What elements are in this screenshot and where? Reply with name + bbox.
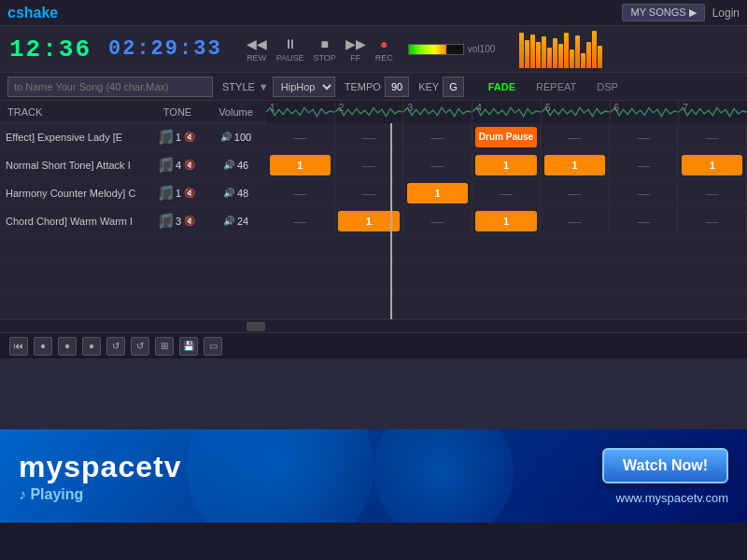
stop-button[interactable]: ■ STOP <box>313 36 335 63</box>
timeline-cell-4-7[interactable]: — <box>678 209 747 233</box>
timeline-row-2: 1 — — 1 1 — 1 <box>266 151 747 178</box>
empty-cell: — <box>569 214 582 229</box>
eq-bar <box>519 33 524 68</box>
timeline-cell-4-5[interactable]: — <box>541 209 610 233</box>
timeline-cell-4-2[interactable]: 1 <box>335 209 404 233</box>
tool-loop-1[interactable]: ↺ <box>106 337 125 356</box>
block-3-3[interactable]: 1 <box>407 183 468 203</box>
fade-button[interactable]: FADE <box>483 79 521 94</box>
timeline-cell-3-2[interactable]: — <box>335 181 404 205</box>
song-name-input[interactable] <box>7 77 213 97</box>
vol-num-1: 100 <box>234 132 251 143</box>
tool-loop-2[interactable]: ↺ <box>131 337 149 356</box>
mute-icon-1[interactable]: 🔇 <box>184 132 195 142</box>
tool-save[interactable]: 💾 <box>179 337 198 356</box>
horizontal-scrollbar[interactable] <box>0 319 747 332</box>
block-2-1[interactable]: 1 <box>270 155 331 175</box>
mute-icon-3[interactable]: 🔇 <box>184 188 195 198</box>
track-name-4: Chord Chord] Warm Warm I <box>0 216 149 227</box>
tool-btn-2[interactable]: ● <box>58 337 77 356</box>
style-dropdown[interactable]: HipHop Pop Rock <box>273 77 335 97</box>
myspacetv-banner: myspacetv ♪ Playing Watch Now! www.myspa… <box>0 429 747 523</box>
track-row-empty-3 <box>0 291 747 319</box>
transport-bar: 12:36 02:29:33 ◀◀ REW ⏸ PAUSE ■ STOP ▶▶ … <box>0 26 747 73</box>
timeline-cell-2-7[interactable]: 1 <box>678 153 747 177</box>
waveform-svg-5 <box>542 104 610 120</box>
tool-grid[interactable]: ⊞ <box>155 337 174 356</box>
eq-bar <box>586 42 591 68</box>
eq-bar <box>542 36 546 68</box>
block-drum-pause[interactable]: Drum Pause <box>475 127 536 147</box>
pause-button[interactable]: ⏸ PAUSE <box>276 36 304 63</box>
app-title: cshake <box>7 5 58 21</box>
timeline-cell-1-3[interactable]: — <box>403 125 472 149</box>
timeline-cell-3-1[interactable]: — <box>266 181 335 205</box>
block-2-5[interactable]: 1 <box>544 155 605 175</box>
daw-container: cshake MY SONGS ▶ Login 12:36 02:29:33 ◀… <box>0 0 747 429</box>
total-time-display: 02:29:33 <box>108 37 222 61</box>
block-4-2[interactable]: 1 <box>338 211 399 231</box>
tool-btn-1[interactable]: ● <box>34 337 52 356</box>
watch-now-button[interactable]: Watch Now! <box>602 448 728 483</box>
scroll-thumb[interactable] <box>247 322 265 331</box>
ff-button[interactable]: ▶▶ FF <box>345 36 366 63</box>
tone-icon-4[interactable]: 🎵 <box>160 215 173 228</box>
timeline-cell-4-1[interactable]: — <box>266 209 335 233</box>
tool-btn-3[interactable]: ● <box>82 337 101 356</box>
my-songs-button[interactable]: MY SONGS ▶ <box>622 4 704 21</box>
block-2-7[interactable]: 1 <box>682 155 742 175</box>
track-list-header: TRACK TONE Volume 1 2 <box>0 101 747 123</box>
vol-num-4: 24 <box>237 216 248 227</box>
tool-rect[interactable]: ▭ <box>204 337 222 356</box>
rew-button[interactable]: ◀◀ REW <box>247 36 267 63</box>
timeline-cell-4-3[interactable]: — <box>403 209 472 233</box>
block-4-4[interactable]: 1 <box>475 211 536 231</box>
timeline-cell-4-4[interactable]: 1 <box>472 209 542 233</box>
timeline-cell-1-5[interactable]: — <box>541 125 610 149</box>
vol-icon-2: 🔊 <box>223 160 234 170</box>
timeline-cell-1-7[interactable]: — <box>678 125 747 149</box>
timeline-cell-2-3[interactable]: — <box>403 153 472 177</box>
timeline-numbers: 1 2 3 4 <box>266 101 747 123</box>
tool-rewind[interactable]: ⏮ <box>9 337 28 356</box>
tone-num-4: 3 <box>176 216 181 227</box>
timeline-cell-2-5[interactable]: 1 <box>541 153 610 177</box>
tone-num-2: 4 <box>176 160 181 171</box>
timeline-cell-3-7[interactable]: — <box>678 181 747 205</box>
timeline-cell-1-2[interactable]: — <box>335 125 404 149</box>
track-tone-2: 🎵 4 🔇 <box>149 159 205 172</box>
timeline-cell-3-4[interactable]: — <box>472 181 542 205</box>
timeline-cell-3-3[interactable]: 1 <box>403 181 472 205</box>
repeat-button[interactable]: REPEAT <box>530 79 582 94</box>
block-2-4[interactable]: 1 <box>475 155 536 175</box>
tone-icon-1[interactable]: 🎵 <box>160 131 173 144</box>
timeline-cell-1-6[interactable]: — <box>610 125 679 149</box>
rec-label: REC <box>375 53 393 63</box>
timeline-cell-2-1[interactable]: 1 <box>266 153 335 177</box>
timeline-num-4: 4 <box>476 103 482 113</box>
timeline-cell-2-2[interactable]: — <box>335 153 404 177</box>
track-row: Normal Short Tone] Attack I 🎵 4 🔇 🔊 46 1… <box>0 151 747 179</box>
bottom-toolbar: ⏮ ● ● ● ↺ ↺ ⊞ 💾 ▭ <box>0 332 747 358</box>
key-value[interactable]: G <box>443 77 464 97</box>
timeline-cell-3-5[interactable]: — <box>541 181 610 205</box>
dsp-button[interactable]: DSP <box>591 79 624 94</box>
empty-cell: — <box>293 214 306 229</box>
eq-bar <box>570 49 574 68</box>
rec-button[interactable]: ● REC <box>375 36 393 63</box>
banner-left: myspacetv ♪ Playing <box>19 450 181 503</box>
tone-icon-2[interactable]: 🎵 <box>160 159 173 172</box>
empty-cell: — <box>430 158 444 173</box>
timeline-cell-2-6[interactable]: — <box>610 153 679 177</box>
timeline-cell-1-1[interactable]: — <box>266 125 335 149</box>
mute-icon-4[interactable]: 🔇 <box>184 216 195 226</box>
timeline-cell-3-6[interactable]: — <box>610 181 679 205</box>
timeline-cell-2-4[interactable]: 1 <box>472 153 542 177</box>
mute-icon-2[interactable]: 🔇 <box>184 160 195 170</box>
volume-bar[interactable] <box>408 44 464 55</box>
timeline-cell-4-6[interactable]: — <box>610 209 679 233</box>
login-button[interactable]: Login <box>712 7 740 20</box>
tone-icon-3[interactable]: 🎵 <box>160 187 173 200</box>
tempo-value[interactable]: 90 <box>385 77 409 97</box>
timeline-cell-1-4[interactable]: Drum Pause <box>472 125 542 149</box>
